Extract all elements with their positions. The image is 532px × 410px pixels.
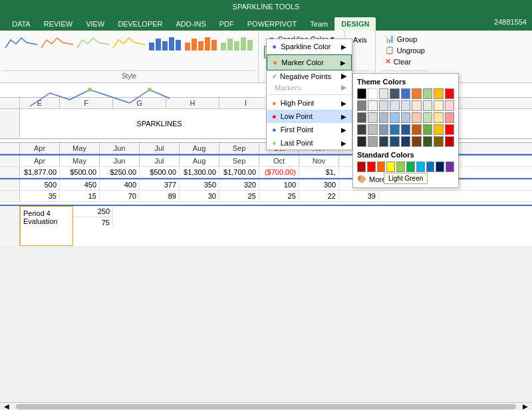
swatch-medblue[interactable] bbox=[390, 124, 399, 135]
swatch-mintgrn[interactable] bbox=[423, 112, 432, 123]
std-red[interactable] bbox=[367, 161, 376, 172]
std-cyan[interactable] bbox=[416, 161, 425, 172]
swatch-lightorange[interactable] bbox=[412, 100, 421, 111]
cell-dec-2[interactable]: 39 bbox=[339, 191, 379, 201]
sparkline-preview-1[interactable] bbox=[4, 35, 39, 52]
cell-nov-money[interactable]: $1, bbox=[299, 167, 339, 177]
std-lightgrn[interactable] bbox=[396, 161, 405, 172]
tab-powerpivot[interactable]: POWERPIVOT bbox=[241, 17, 304, 31]
swatch-darkgray3[interactable] bbox=[357, 124, 366, 135]
dropdown-sparkline-color[interactable]: ● Sparkline Color ▶ bbox=[267, 39, 352, 54]
std-green[interactable] bbox=[406, 161, 415, 172]
swatch-lightgray[interactable] bbox=[379, 88, 388, 99]
cell-sep-money[interactable]: $1,700.00 bbox=[219, 167, 259, 177]
sparkline-preview-2[interactable] bbox=[40, 35, 74, 52]
clear-button[interactable]: ✕ Clear bbox=[381, 56, 429, 67]
dropdown-first-point[interactable]: ● First Point ▶ bbox=[267, 123, 352, 136]
swatch-skyblue[interactable] bbox=[390, 112, 399, 123]
swatch-lightblue[interactable] bbox=[401, 100, 410, 111]
swatch-palered[interactable] bbox=[445, 100, 454, 111]
cell-jul-2[interactable]: 89 bbox=[140, 191, 180, 201]
swatch-deepnavy[interactable] bbox=[401, 136, 410, 147]
tab-view[interactable]: VIEW bbox=[79, 17, 111, 31]
swatch-burnorange[interactable] bbox=[412, 124, 421, 135]
sparkline-preview-3[interactable] bbox=[76, 35, 110, 52]
tab-design[interactable]: DESIGN bbox=[334, 17, 376, 31]
period-val2[interactable]: 75 bbox=[73, 217, 113, 228]
std-darkred[interactable] bbox=[357, 161, 366, 172]
swatch-navyblue[interactable] bbox=[401, 124, 410, 135]
cell-jul-money[interactable]: $500.00 bbox=[140, 167, 180, 177]
swatch-darknavy[interactable] bbox=[379, 136, 388, 147]
swatch-nearblack[interactable] bbox=[357, 136, 366, 147]
swatch-darkgrn[interactable] bbox=[423, 136, 432, 147]
cell-oct-1[interactable]: 100 bbox=[259, 179, 299, 190]
cell-aug-2[interactable]: 30 bbox=[180, 191, 219, 201]
swatch-blue[interactable] bbox=[401, 88, 410, 99]
sparkline-preview-4[interactable] bbox=[112, 35, 146, 52]
std-orange[interactable] bbox=[377, 161, 386, 172]
cell-apr-2[interactable]: 35 bbox=[20, 191, 60, 201]
cell-sep-2[interactable]: 25 bbox=[219, 191, 259, 201]
swatch-paleyellow[interactable] bbox=[434, 100, 443, 111]
cell-oct-money[interactable]: ($700.00) bbox=[259, 167, 299, 177]
cell-jun-1[interactable]: 400 bbox=[100, 179, 140, 190]
swatch-olive[interactable] bbox=[434, 136, 443, 147]
swatch-lightred[interactable] bbox=[445, 112, 454, 123]
dropdown-low-point[interactable]: ● Low Point ▶ bbox=[267, 110, 352, 123]
swatch-silvergray[interactable] bbox=[368, 124, 377, 135]
tab-review[interactable]: REVIEW bbox=[37, 17, 79, 31]
swatch-palegrn[interactable] bbox=[423, 100, 432, 111]
swatch-medgrn[interactable] bbox=[423, 124, 432, 135]
swatch-white[interactable] bbox=[368, 88, 377, 99]
tab-data[interactable]: DATA bbox=[5, 17, 37, 31]
swatch-gold[interactable] bbox=[434, 88, 443, 99]
swatch-darkorange[interactable] bbox=[412, 136, 421, 147]
cell-apr-1[interactable]: 500 bbox=[20, 179, 60, 190]
swatch-darkgray2[interactable] bbox=[357, 112, 366, 123]
swatch-lightgray2[interactable] bbox=[368, 112, 377, 123]
swatch-darkblue[interactable] bbox=[390, 88, 399, 99]
cell-jun-money[interactable]: $250.00 bbox=[100, 167, 140, 177]
dropdown-marker-color[interactable]: ● Marker Color ▶ bbox=[267, 54, 352, 70]
tab-pdf[interactable]: PDF bbox=[213, 17, 241, 31]
cell-jul-1[interactable]: 377 bbox=[140, 179, 180, 190]
cell-oct-2[interactable]: 25 bbox=[259, 191, 299, 201]
swatch-lightgreen[interactable] bbox=[423, 88, 432, 99]
swatch-salmon[interactable] bbox=[412, 112, 421, 123]
swatch-amber[interactable] bbox=[434, 124, 443, 135]
cell-may-1[interactable]: 450 bbox=[60, 179, 100, 190]
dropdown-negative-points[interactable]: ✓ Negative Points ▶ bbox=[267, 70, 352, 82]
swatch-periwinkle[interactable] bbox=[401, 112, 410, 123]
swatch-red[interactable] bbox=[445, 88, 454, 99]
cell-apr-money[interactable]: $1,877.00 bbox=[20, 167, 60, 177]
tab-team[interactable]: Team bbox=[303, 17, 334, 31]
swatch-medgray[interactable] bbox=[368, 136, 377, 147]
cell-sep-1[interactable]: 320 bbox=[219, 179, 259, 190]
swatch-orange[interactable] bbox=[412, 88, 421, 99]
tab-developer[interactable]: DEVELOPER bbox=[111, 17, 169, 31]
sparkline-preview-5[interactable] bbox=[148, 35, 182, 52]
cell-aug-1[interactable]: 350 bbox=[180, 179, 219, 190]
dropdown-last-point[interactable]: ● Last Point ▶ bbox=[267, 136, 352, 150]
std-yellow[interactable] bbox=[386, 161, 395, 172]
cell-aug-money[interactable]: $1,300.00 bbox=[180, 167, 219, 177]
swatch-black[interactable] bbox=[357, 88, 366, 99]
dropdown-high-point[interactable]: ● High Point ▶ bbox=[267, 96, 352, 110]
group-button[interactable]: 📊 Group bbox=[381, 33, 429, 45]
ungroup-button[interactable]: 📋 Ungroup bbox=[381, 45, 429, 56]
sparkline-preview-6[interactable] bbox=[184, 35, 218, 52]
std-purple[interactable] bbox=[446, 161, 454, 172]
cell-jun-2[interactable]: 70 bbox=[100, 191, 140, 201]
swatch-paleblue2[interactable] bbox=[390, 100, 399, 111]
swatch-darkred[interactable] bbox=[445, 136, 454, 147]
swatch-red2[interactable] bbox=[445, 124, 454, 135]
swatch-lightyellow[interactable] bbox=[434, 112, 443, 123]
cell-may-2[interactable]: 15 bbox=[60, 191, 100, 201]
swatch-steelblue[interactable] bbox=[379, 112, 388, 123]
tab-addins[interactable]: ADD-INS bbox=[170, 17, 213, 31]
std-blue[interactable] bbox=[426, 161, 435, 172]
period-cell[interactable]: Period 4 Evaluation bbox=[20, 206, 73, 246]
std-darkblue[interactable] bbox=[436, 161, 444, 172]
swatch-verylightgray[interactable] bbox=[368, 100, 377, 111]
